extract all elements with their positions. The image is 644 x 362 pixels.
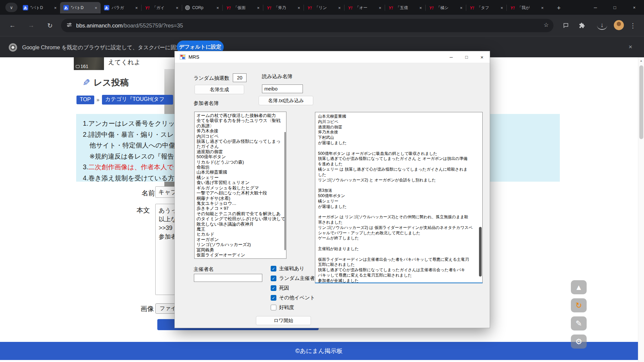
yahoo-favicon: Y! bbox=[510, 5, 515, 10]
tab-close-icon[interactable]: × bbox=[215, 5, 220, 10]
page-title: レス投稿 bbox=[94, 77, 129, 88]
yahoo-favicon: Y! bbox=[145, 5, 150, 10]
participants-scrollbar-thumb[interactable] bbox=[284, 132, 286, 250]
tab-close-icon[interactable]: × bbox=[53, 5, 58, 10]
browser-tab[interactable]: あパラガ× bbox=[101, 2, 141, 13]
thread-thumbnail[interactable]: 161 bbox=[74, 57, 104, 70]
reload-button[interactable]: ↻ bbox=[571, 298, 587, 312]
image-label: 画像 bbox=[141, 304, 154, 313]
log-text: 山本元柳斎重國 内川コピペ 過渡期の御霊 斧乃木余接 下村武山 が退場しました … bbox=[315, 112, 482, 283]
mrs-app-icon bbox=[180, 54, 185, 60]
animanch-favicon: あ bbox=[104, 5, 109, 10]
extensions-puzzle-icon[interactable] bbox=[577, 20, 587, 31]
participants-text: オームの杖で再び復活した接触者の能力 全てを吸収する力を持ったユリウス〈聖戦 の… bbox=[195, 112, 286, 258]
browser-tab[interactable]: Y!「オー× bbox=[344, 2, 385, 13]
load-roster-file-button[interactable]: 名簿.txt読み込み bbox=[259, 96, 313, 105]
browser-window-controls: ─ □ × bbox=[586, 0, 644, 15]
tab-close-icon[interactable]: × bbox=[174, 5, 180, 10]
browser-tab[interactable]: CORp× bbox=[182, 2, 222, 13]
tab-close-icon[interactable]: × bbox=[377, 5, 383, 10]
window-minimize-button[interactable]: ─ bbox=[586, 0, 605, 15]
scrollbar-up-arrow[interactable]: ▲ bbox=[640, 59, 643, 62]
tab-close-icon[interactable]: × bbox=[499, 5, 504, 10]
mrs-maximize-button[interactable]: □ bbox=[459, 51, 474, 63]
checkbox-checked-icon[interactable] bbox=[271, 285, 276, 291]
tab-close-icon[interactable]: × bbox=[418, 5, 423, 10]
rule-line: 4.巻き添え規制を受けている方 bbox=[83, 173, 180, 184]
download-icon[interactable]: ↓ bbox=[597, 21, 607, 30]
checkbox-row[interactable]: 主催戦あり bbox=[271, 264, 315, 274]
site-info-icon[interactable] bbox=[66, 22, 72, 29]
checkbox-checked-icon[interactable] bbox=[271, 295, 276, 301]
browser-tab[interactable]: あ“パトD× bbox=[60, 2, 101, 13]
write-post-button[interactable]: ✎ bbox=[571, 316, 587, 330]
browser-tab[interactable]: あ“パトD× bbox=[19, 2, 60, 13]
bookmark-star-icon[interactable]: ☆ bbox=[544, 21, 549, 28]
profile-avatar[interactable] bbox=[614, 20, 624, 30]
scroll-top-button[interactable]: ▲ bbox=[571, 280, 587, 294]
mrs-titlebar[interactable]: MRS ─ □ × bbox=[175, 51, 490, 63]
checkbox-row[interactable]: ランダム主催者 bbox=[271, 274, 315, 283]
browser-tab[interactable]: Y!「タフ× bbox=[466, 2, 506, 13]
tab-search-button[interactable]: ∨ bbox=[5, 3, 17, 12]
tab-close-icon[interactable]: × bbox=[296, 5, 302, 10]
start-royale-button[interactable]: ロワ開始 bbox=[256, 316, 311, 325]
checkbox-checked-icon[interactable] bbox=[271, 276, 276, 281]
tab-title: 「仮面 bbox=[233, 5, 256, 11]
floating-action-buttons: ▲↻✎⚙ bbox=[571, 280, 587, 349]
infobar-close-icon[interactable]: × bbox=[629, 43, 632, 51]
breadcrumb-category-link[interactable]: カテゴリ『TOUGH(タフ bbox=[102, 95, 173, 105]
tab-close-icon[interactable]: × bbox=[93, 5, 99, 10]
browser-tab[interactable]: Y!「斧乃× bbox=[263, 2, 304, 13]
browser-tab-strip: ∨ あ“パトD×あ“パトD×あパラガ×Y!「ガイ×CORp×Y!「仮面×Y!「斧… bbox=[0, 0, 644, 15]
scrollbar-thumb[interactable] bbox=[639, 65, 643, 139]
checkbox-label: 主催戦あり bbox=[279, 265, 305, 272]
window-close-button[interactable]: × bbox=[625, 0, 644, 15]
host-name-input[interactable] bbox=[194, 274, 262, 282]
tab-title: 「橘シ bbox=[436, 5, 459, 11]
body-label: 本文 bbox=[137, 206, 150, 215]
tab-close-icon[interactable]: × bbox=[540, 5, 545, 10]
generate-roster-button[interactable]: 名簿生成 bbox=[195, 85, 244, 94]
window-maximize-button[interactable]: □ bbox=[605, 0, 625, 15]
tab-close-icon[interactable]: × bbox=[459, 5, 464, 10]
tab-close-icon[interactable]: × bbox=[337, 5, 342, 10]
menu-kebab-icon[interactable]: ⋮ bbox=[628, 20, 638, 31]
animanch-favicon: あ bbox=[23, 5, 28, 10]
comment-count-badge: 161 bbox=[76, 64, 88, 69]
checkbox-checked-icon[interactable] bbox=[271, 266, 276, 272]
log-textbox[interactable]: 山本元柳斎重國 内川コピペ 過渡期の御霊 斧乃木余接 下村武山 が退場しました … bbox=[315, 112, 483, 283]
participants-listbox[interactable]: オームの杖で再び復活した接触者の能力 全てを吸収する力を持ったユリウス〈聖戦 の… bbox=[194, 112, 286, 259]
page-scrollbar[interactable]: ▲ bbox=[638, 57, 644, 362]
mrs-close-button[interactable]: × bbox=[474, 51, 490, 63]
mrs-minimize-button[interactable]: ─ bbox=[443, 51, 459, 63]
browser-tab[interactable]: Y!「仮面× bbox=[222, 2, 263, 13]
breadcrumb-top-link[interactable]: TOP bbox=[76, 96, 94, 104]
address-bar[interactable]: bbs.animanch.com/board/5525759/?res=35 ☆ bbox=[61, 19, 553, 32]
log-scrollbar-thumb[interactable] bbox=[479, 227, 482, 277]
reload-button[interactable]: ↻ bbox=[45, 20, 55, 31]
browser-tab[interactable]: Y!「橘シ× bbox=[425, 2, 466, 13]
checkbox-row[interactable]: 死因 bbox=[271, 283, 315, 293]
browser-tab[interactable]: Y!「我が× bbox=[506, 2, 547, 13]
checkbox-label: その他イベント bbox=[279, 295, 315, 301]
checkbox-row[interactable]: 好戦度 bbox=[271, 303, 315, 312]
browser-tab[interactable]: Y!「五億× bbox=[385, 2, 425, 13]
browser-tab[interactable]: Y!「ガイ× bbox=[141, 2, 182, 13]
tab-close-icon[interactable]: × bbox=[256, 5, 261, 10]
yahoo-favicon: Y! bbox=[347, 5, 353, 10]
back-button[interactable]: ← bbox=[7, 20, 17, 31]
browser-toolbar: ← → ↻ bbs.animanch.com/board/5525759/?re… bbox=[0, 15, 644, 36]
forward-button[interactable]: → bbox=[26, 20, 36, 31]
browser-tab[interactable]: Y!「リン× bbox=[304, 2, 344, 13]
participants-label: 参加者名簿 bbox=[194, 100, 219, 107]
new-tab-button[interactable]: + bbox=[554, 3, 564, 13]
settings-button[interactable]: ⚙ bbox=[571, 335, 587, 349]
breadcrumb-separator: » bbox=[97, 97, 100, 103]
checkbox-row[interactable]: その他イベント bbox=[271, 293, 315, 303]
roster-name-input[interactable] bbox=[262, 84, 303, 93]
random-count-input[interactable] bbox=[233, 73, 247, 82]
chat-icon[interactable] bbox=[561, 20, 571, 31]
checkbox-unchecked-icon[interactable] bbox=[271, 305, 276, 310]
tab-close-icon[interactable]: × bbox=[134, 5, 139, 10]
